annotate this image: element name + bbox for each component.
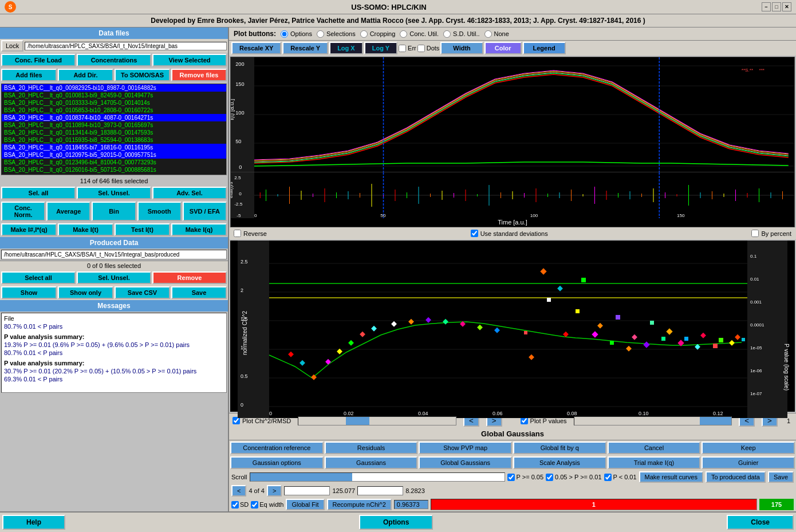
close-button[interactable]: ✕	[782, 2, 791, 11]
gauss-next-button[interactable]: >	[267, 485, 282, 496]
legend-button[interactable]: Legend	[523, 42, 566, 54]
smooth-button[interactable]: Smooth	[137, 202, 182, 221]
list-item[interactable]: BSA_20_HPLC__lt_q0_0108374-bi10_4087-0_0…	[2, 114, 226, 121]
global-fit-button[interactable]: Global Fit	[286, 499, 324, 510]
scroll-thumb[interactable]	[346, 417, 369, 425]
scroll-track-right[interactable]	[574, 416, 732, 425]
make-iq-button[interactable]: Make I(q)	[171, 223, 227, 236]
sd-checkbox[interactable]	[231, 501, 239, 509]
sd-checkbox-label[interactable]: SD	[231, 501, 249, 509]
list-item[interactable]: BSA_20_HPLC__lt_q0_0103333-bi9_14705-0_0…	[2, 99, 226, 107]
recompute-button[interactable]: Recompute nChi^2	[327, 499, 392, 510]
make-result-curves-button[interactable]: Make result curves	[639, 471, 703, 483]
err-checkbox[interactable]	[399, 45, 406, 52]
radio-cropping[interactable]: Cropping	[360, 30, 396, 38]
nchi-input[interactable]	[394, 500, 428, 509]
trial-make-iq-button[interactable]: Trial make I(q)	[608, 456, 701, 469]
p005-checkbox[interactable]	[546, 474, 553, 481]
help-button[interactable]: Help	[2, 515, 65, 530]
list-item[interactable]: BSA_20_HPLC__lt_q0_0115935-bi8_52594-0_0…	[2, 136, 226, 144]
guinier-button[interactable]: Guinier	[702, 456, 795, 469]
cancel-button[interactable]: Cancel	[608, 442, 701, 454]
options-button[interactable]: Options	[359, 515, 433, 530]
list-item[interactable]: BSA_20_HPLC__lt_q0_0126016-bi5_50715-0_0…	[2, 166, 226, 174]
list-item[interactable]: BSA_20_HPLC__lt_q0_0118455-bi7_16816-0_0…	[2, 144, 226, 151]
view-selected-button[interactable]: View Selected	[152, 54, 227, 66]
residuals-button[interactable]: Residuals	[325, 442, 418, 454]
p001-checkbox-label[interactable]: P < 0.01	[604, 474, 637, 481]
lock-button[interactable]: Lock	[1, 40, 23, 52]
scroll-thumb-right[interactable]	[700, 417, 731, 425]
radio-sd-util[interactable]: S.D. Util..	[443, 30, 479, 38]
rescale-y-button[interactable]: Rescale Y	[282, 42, 328, 54]
list-item[interactable]: BSA_20_HPLC__lt_q0_00982925-bi10_8987-0_…	[2, 84, 226, 92]
save2-button[interactable]: Save	[768, 471, 794, 483]
test-it-button[interactable]: Test I(t)	[115, 223, 170, 236]
use-std-devs-checkbox-label[interactable]: Use standard deviations	[471, 230, 548, 237]
make-it-button[interactable]: Make I(t)	[58, 223, 113, 236]
svd-efa-button[interactable]: SVD / EFA	[183, 202, 227, 221]
radio-conc-util[interactable]: Conc. Util.	[400, 30, 439, 38]
scale-analysis-button[interactable]: Scale Analysis	[513, 456, 606, 469]
p05-checkbox[interactable]	[507, 474, 515, 481]
maximize-button[interactable]: □	[772, 2, 781, 11]
show-button[interactable]: Show	[1, 286, 57, 299]
color-button[interactable]: Color	[484, 42, 522, 54]
gaussian-options-button[interactable]: Gaussian options	[230, 456, 324, 469]
use-std-devs-checkbox[interactable]	[471, 230, 478, 237]
global-gaussians-button[interactable]: Global Gaussians	[419, 456, 512, 469]
p001-checkbox[interactable]	[604, 474, 612, 481]
radio-selections[interactable]: Selections	[317, 30, 356, 38]
eq-width-checkbox-label[interactable]: Eq width	[251, 501, 283, 509]
minimize-button[interactable]: −	[762, 2, 771, 11]
list-item[interactable]: BSA_20_HPLC__lt_q0_0110894-bi10_3973-0_0…	[2, 121, 226, 129]
gaussians-button[interactable]: Gaussians	[325, 456, 418, 469]
to-somo-sas-button[interactable]: To SOMO/SAS	[115, 69, 170, 81]
sel-unsel2-button[interactable]: Sel. Unsel.	[77, 271, 151, 284]
log-y-button[interactable]: Log Y	[364, 42, 397, 54]
eq-width-checkbox[interactable]	[251, 501, 258, 509]
to-produced-data-button[interactable]: To produced data	[706, 471, 766, 483]
by-percent-checkbox[interactable]	[751, 230, 759, 237]
keep-button[interactable]: Keep	[702, 442, 795, 454]
sel-all-button[interactable]: Sel. all	[1, 187, 76, 199]
err-checkbox-label[interactable]: Err	[399, 42, 416, 54]
conc-norm-button[interactable]: Conc. Norm.	[1, 202, 45, 221]
file-list[interactable]: BSA_20_HPLC__lt_q0_00982925-bi10_8987-0_…	[1, 84, 227, 175]
adv-sel-button[interactable]: Adv. Sel.	[152, 187, 227, 199]
show-pvp-map-button[interactable]: Show PVP map	[419, 442, 512, 454]
p05-checkbox-label[interactable]: P >= 0.05	[507, 474, 544, 481]
close-button-bottom[interactable]: Close	[727, 515, 794, 530]
concentrations-button[interactable]: Concentrations	[77, 54, 151, 66]
gauss-val1-input[interactable]	[284, 486, 330, 495]
gauss-scroll-track[interactable]	[250, 472, 505, 482]
sel-unsel-button[interactable]: Sel. Unsel.	[77, 187, 151, 199]
scroll-track[interactable]	[298, 416, 456, 425]
global-fit-by-q-button[interactable]: Global fit by q	[513, 442, 606, 454]
gauss-scroll-thumb[interactable]	[250, 473, 505, 481]
add-files-button[interactable]: Add files	[1, 69, 57, 81]
list-item[interactable]: BSA_20_HPLC__lt_q0_0120975-bi5_92015-0_0…	[2, 151, 226, 159]
remove-button[interactable]: Remove	[152, 271, 227, 284]
log-x-button[interactable]: Log X	[329, 42, 363, 54]
gauss-val2-input[interactable]	[357, 486, 403, 495]
save-button[interactable]: Save	[171, 286, 227, 299]
radio-options[interactable]: Options	[281, 30, 312, 38]
save-csv-button[interactable]: Save CSV	[115, 286, 170, 299]
list-item[interactable]: BSA_20_HPLC__lt_q0_0123496-bi4_81004-0_0…	[2, 159, 226, 166]
reverse-checkbox-label[interactable]: Reverse	[234, 230, 267, 237]
width-button[interactable]: Width	[440, 42, 483, 54]
show-only-button[interactable]: Show only	[58, 286, 113, 299]
gauss-prev-button[interactable]: <	[231, 485, 246, 496]
remove-files-button[interactable]: Remove files	[171, 69, 227, 81]
conc-file-load-button[interactable]: Conc. File Load	[1, 54, 76, 66]
list-item[interactable]: BSA_20_HPLC__lt_q0_0113414-bi9_18388-0_0…	[2, 129, 226, 136]
select-all-button[interactable]: Select all	[1, 271, 76, 284]
dots-checkbox-label[interactable]: Dots	[417, 42, 440, 54]
add-dir-button[interactable]: Add Dir.	[58, 69, 113, 81]
make-ih-button[interactable]: Make I#,I*(q)	[1, 223, 57, 236]
average-button[interactable]: Average	[46, 202, 90, 221]
rescale-xy-button[interactable]: Rescale XY	[231, 42, 281, 54]
dots-checkbox[interactable]	[417, 45, 425, 52]
list-item[interactable]: BSA_20_HPLC__lt_q0_0100813-bi9_82459-0_0…	[2, 92, 226, 99]
